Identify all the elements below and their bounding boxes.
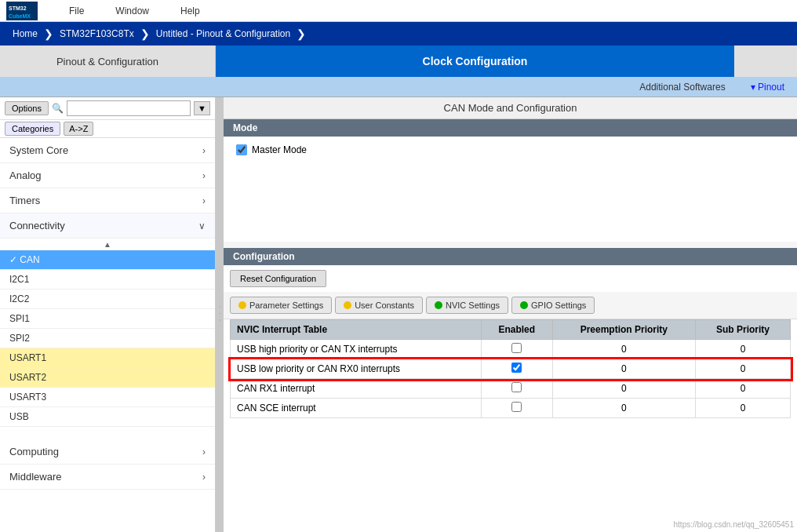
breadcrumb-sep-2: ❯ (140, 27, 150, 40)
sidebar-item-system-core[interactable]: System Core › (0, 138, 215, 163)
mode-section: Mode Master Mode (224, 119, 797, 242)
menu-window[interactable]: Window (100, 5, 165, 16)
nvic-col-name: NVIC Interrupt Table (231, 320, 482, 340)
tab-user-constants[interactable]: User Constants (335, 297, 423, 314)
categories-button[interactable]: Categories (5, 122, 60, 136)
pinout-secondary-tab[interactable]: ▾ Pinout (738, 82, 797, 93)
sidebar-item-connectivity[interactable]: Connectivity ∨ (0, 213, 215, 239)
menu-help[interactable]: Help (165, 5, 216, 16)
nvic-col-enabled: Enabled (482, 320, 553, 340)
computing-label: Computing (9, 446, 59, 457)
usart3-label: USART3 (9, 392, 46, 403)
gpio-label: GPIO Settings (531, 301, 586, 310)
middleware-label: Middleware (9, 471, 61, 483)
table-row: CAN SCE interrupt 0 0 (231, 399, 791, 418)
connectivity-chevron: ∨ (198, 220, 206, 231)
master-mode-label: Master Mode (252, 144, 307, 155)
param-label: Parameter Settings (249, 301, 323, 310)
nvic-row-2-name: CAN RX1 interrupt (231, 379, 482, 399)
sidebar-subitem-i2c2[interactable]: I2C2 (0, 290, 215, 309)
nvic-row-0-preemption: 0 (552, 340, 696, 359)
menu-bar: STM32 CubeMX File Window Help (0, 0, 797, 22)
reset-config-button[interactable]: Reset Configuration (230, 270, 326, 287)
resize-handle[interactable]: · · · (216, 97, 224, 532)
sidebar-item-analog[interactable]: Analog › (0, 163, 215, 188)
param-dot (238, 301, 246, 309)
breadcrumb-project[interactable]: Untitled - Pinout & Configuration (150, 28, 297, 39)
tab-nvic-settings[interactable]: NVIC Settings (426, 297, 508, 314)
i2c1-label: I2C1 (9, 274, 29, 285)
nvic-row-0-checkbox[interactable] (511, 343, 522, 353)
tab-clock[interactable]: Clock Configuration (216, 46, 734, 77)
options-button[interactable]: Options (5, 101, 49, 115)
nvic-row-2-preemption: 0 (552, 379, 696, 399)
app-logo: STM32 CubeMX (6, 2, 38, 20)
nvic-row-1-sub: 0 (696, 359, 791, 379)
additional-sw-tab[interactable]: Additional Softwares (627, 82, 737, 93)
table-row-highlighted: USB low priority or CAN RX0 interrupts 0… (231, 359, 791, 379)
nvic-col-preemption: Preemption Priority (552, 320, 696, 340)
computing-chevron: › (202, 446, 206, 457)
content-title: CAN Mode and Configuration (224, 97, 797, 119)
sidebar-subitem-usb[interactable]: USB (0, 407, 215, 427)
usb-label: USB (9, 411, 29, 422)
middleware-chevron: › (202, 472, 206, 483)
sidebar-item-computing[interactable]: Computing › (0, 439, 215, 465)
table-row: CAN RX1 interrupt 0 0 (231, 379, 791, 399)
sidebar-item-middleware[interactable]: Middleware › (0, 465, 215, 490)
tab-gpio-settings[interactable]: GPIO Settings (511, 297, 595, 314)
master-mode-checkbox[interactable] (236, 144, 247, 155)
tab-right (734, 46, 797, 77)
nvic-row-3-enabled (482, 399, 553, 418)
nvic-row-3-name: CAN SCE interrupt (231, 399, 482, 418)
tab-parameter-settings[interactable]: Parameter Settings (230, 297, 332, 314)
nvic-row-2-checkbox[interactable] (511, 382, 522, 392)
search-dropdown[interactable]: ▼ (194, 101, 210, 115)
system-core-chevron: › (202, 145, 206, 156)
resize-dots: · · · (217, 306, 224, 322)
menu-file[interactable]: File (53, 5, 100, 16)
breadcrumb-home[interactable]: Home (6, 28, 44, 39)
right-content: CAN Mode and Configuration Mode Master M… (224, 97, 797, 532)
sidebar: Options 🔍 ▼ Categories A->Z System Core … (0, 97, 216, 532)
main-layout: Options 🔍 ▼ Categories A->Z System Core … (0, 97, 797, 532)
sidebar-subitem-i2c1[interactable]: I2C1 (0, 270, 215, 290)
gpio-dot (520, 301, 528, 309)
nvic-row-2-sub: 0 (696, 379, 791, 399)
can-label: ✓ CAN (9, 254, 40, 265)
sidebar-list: System Core › Analog › Timers › Connecti… (0, 138, 215, 532)
nvic-row-3-checkbox[interactable] (511, 402, 522, 412)
tab-pinout[interactable]: Pinout & Configuration (0, 46, 216, 77)
config-header: Configuration (224, 248, 797, 265)
analog-label: Analog (9, 169, 41, 181)
nvic-row-2-enabled (482, 379, 553, 399)
timers-label: Timers (9, 195, 40, 206)
sidebar-subitem-spi1[interactable]: SPI1 (0, 309, 215, 329)
sidebar-subitem-usart1[interactable]: USART1 (0, 348, 215, 368)
logo-image: STM32 CubeMX (6, 2, 38, 20)
user-const-label: User Constants (355, 301, 414, 310)
timers-chevron: › (202, 195, 206, 206)
sidebar-subitem-usart3[interactable]: USART3 (0, 388, 215, 407)
nvic-row-3-sub: 0 (696, 399, 791, 418)
user-const-dot (344, 301, 351, 309)
secondary-tab-row: Additional Softwares ▾ Pinout (0, 77, 797, 97)
sidebar-options-row: Options 🔍 ▼ (0, 97, 215, 120)
nvic-row-0-name: USB high priority or CAN TX interrupts (231, 340, 482, 359)
az-button[interactable]: A->Z (64, 122, 93, 136)
search-input[interactable] (67, 100, 191, 116)
i2c2-label: I2C2 (9, 293, 29, 304)
categories-row: Categories A->Z (0, 120, 215, 138)
nvic-row-1-checkbox[interactable] (511, 363, 522, 373)
sidebar-subitem-spi2[interactable]: SPI2 (0, 329, 215, 348)
sidebar-item-timers[interactable]: Timers › (0, 188, 215, 213)
tab-row: Pinout & Configuration Clock Configurati… (0, 46, 797, 77)
sidebar-subitem-usart2[interactable]: USART2 (0, 368, 215, 388)
svg-text:CubeMX: CubeMX (9, 13, 31, 19)
usart1-label: USART1 (9, 352, 46, 363)
sidebar-subitem-can[interactable]: ✓ CAN (0, 250, 215, 270)
table-row: USB high priority or CAN TX interrupts 0… (231, 340, 791, 359)
nvic-table-container: NVIC Interrupt Table Enabled Preemption … (224, 319, 797, 425)
breadcrumb-mcu[interactable]: STM32F103C8Tx (53, 28, 140, 39)
breadcrumb-sep-3: ❯ (297, 27, 306, 40)
